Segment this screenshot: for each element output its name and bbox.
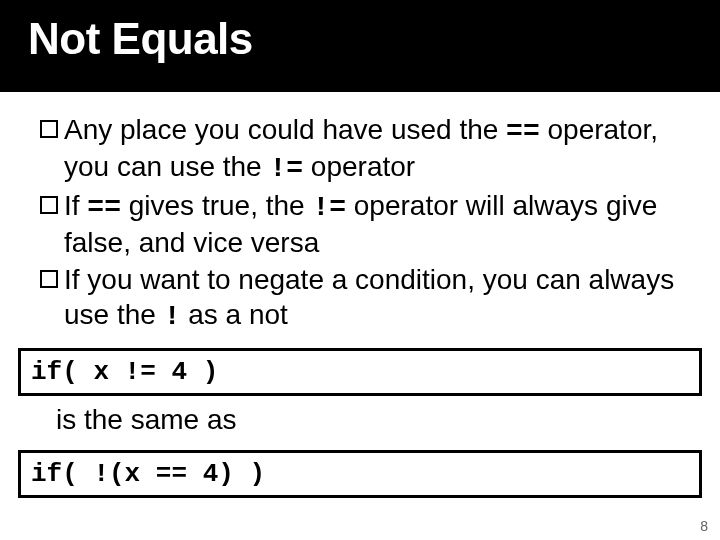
bullet-text: If you want to negate a condition, you c… bbox=[64, 262, 680, 334]
code-fragment: != bbox=[312, 192, 346, 223]
text-fragment: as a not bbox=[180, 299, 287, 330]
text-fragment: If you want to negate a condition, you c… bbox=[64, 264, 674, 330]
between-text: is the same as bbox=[56, 404, 720, 436]
slide-title: Not Equals bbox=[28, 14, 692, 64]
code-example-2: if( !(x == 4) ) bbox=[18, 450, 702, 498]
code-fragment: ! bbox=[164, 301, 181, 332]
bullet-item: If you want to negate a condition, you c… bbox=[40, 262, 680, 334]
text-fragment: operator bbox=[303, 151, 415, 182]
code-fragment: != bbox=[269, 153, 303, 184]
code-fragment: == bbox=[506, 116, 540, 147]
text-fragment: Any place you could have used the bbox=[64, 114, 506, 145]
page-number: 8 bbox=[700, 518, 708, 534]
bullet-text: If == gives true, the != operator will a… bbox=[64, 188, 680, 260]
bullet-item: Any place you could have used the == ope… bbox=[40, 112, 680, 186]
bullet-text: Any place you could have used the == ope… bbox=[64, 112, 680, 186]
bullet-box-icon bbox=[40, 270, 58, 288]
bullet-box-icon bbox=[40, 196, 58, 214]
content-area: Any place you could have used the == ope… bbox=[0, 92, 720, 334]
code-example-1: if( x != 4 ) bbox=[18, 348, 702, 396]
code-fragment: == bbox=[87, 192, 121, 223]
bullet-item: If == gives true, the != operator will a… bbox=[40, 188, 680, 260]
title-bar: Not Equals bbox=[0, 0, 720, 92]
text-fragment: If bbox=[64, 190, 87, 221]
bullet-box-icon bbox=[40, 120, 58, 138]
text-fragment: gives true, the bbox=[121, 190, 312, 221]
